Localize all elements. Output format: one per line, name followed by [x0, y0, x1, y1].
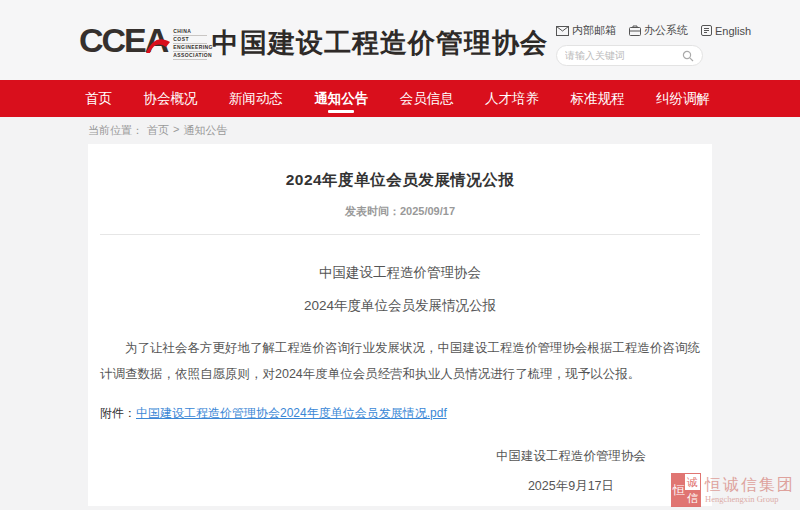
seal-char-xin: 信 — [685, 490, 700, 506]
nav-item-label: 协会概况 — [143, 90, 197, 108]
search-input[interactable] — [565, 50, 682, 61]
breadcrumb-home-link[interactable]: 首页 — [147, 123, 169, 138]
briefcase-icon — [629, 25, 641, 36]
active-nav-underline — [328, 110, 354, 113]
nav-item-news[interactable]: 新闻动态 — [229, 80, 283, 117]
internal-mail-link[interactable]: 内部邮箱 — [556, 23, 616, 38]
nav-item-notices[interactable]: 通知公告 — [314, 80, 368, 117]
logo-subtext-line: ENGINEERING — [173, 44, 207, 52]
document-title-line: 2024年度单位会员发展情况公报 — [88, 297, 712, 315]
nav-item-label: 纠纷调解 — [656, 90, 710, 108]
publish-date-value: 2025/09/17 — [400, 205, 455, 217]
attachment-label: 附件： — [100, 406, 136, 420]
document-org-line: 中国建设工程造价管理协会 — [88, 264, 712, 282]
nav-item-about[interactable]: 协会概况 — [143, 80, 197, 117]
logo-subtext-line: COST — [173, 36, 207, 44]
logo-swoosh-icon — [145, 34, 171, 54]
ccea-logo[interactable]: CCEA CHINA COST ENGINEERING ASSOCIATION — [79, 21, 207, 60]
ccea-logo-acronym: CCEA — [79, 21, 167, 59]
nav-item-label: 人才培养 — [485, 90, 539, 108]
nav-item-label: 会员信息 — [400, 90, 454, 108]
hengchengxin-watermark: 恒 诚 信 恒诚信集团 Hengchengxin Group — [671, 473, 795, 507]
nav-item-training[interactable]: 人才培养 — [485, 80, 539, 117]
nav-item-standards[interactable]: 标准规程 — [571, 80, 625, 117]
breadcrumb-prefix: 当前位置： — [88, 123, 143, 138]
site-title: 中国建设工程造价管理协会 — [212, 25, 548, 61]
nav-item-label: 新闻动态 — [229, 90, 283, 108]
title-divider — [100, 234, 700, 235]
attachment-row: 附件：中国建设工程造价管理协会2024年度单位会员发展情况.pdf — [100, 405, 700, 422]
language-book-icon — [701, 25, 712, 36]
main-nav: 首页 协会概况 新闻动态 通知公告 会员信息 人才培养 标准规程 纠纷调解 — [0, 80, 800, 117]
breadcrumb: 当前位置： 首页 > 通知公告 — [88, 123, 227, 138]
nav-item-home[interactable]: 首页 — [85, 80, 112, 117]
internal-mail-label: 内部邮箱 — [572, 23, 616, 38]
site-header: CCEA CHINA COST ENGINEERING ASSOCIATION … — [0, 0, 800, 80]
attachment-pdf-link[interactable]: 中国建设工程造价管理协会2024年度单位会员发展情况.pdf — [136, 406, 447, 420]
mail-icon — [556, 26, 569, 36]
signature-date: 2025年9月17日 — [496, 478, 646, 495]
header-quick-links: 内部邮箱 办公系统 English — [556, 23, 751, 38]
article-title: 2024年度单位会员发展情况公报 — [88, 170, 712, 191]
breadcrumb-current: 通知公告 — [183, 123, 227, 138]
ccea-logo-subtext: CHINA COST ENGINEERING ASSOCIATION — [173, 28, 207, 60]
nav-item-label: 通知公告 — [314, 90, 368, 108]
seal-char-cheng: 诚 — [685, 474, 700, 490]
english-link[interactable]: English — [701, 25, 751, 37]
nav-item-members[interactable]: 会员信息 — [400, 80, 454, 117]
english-label: English — [715, 25, 751, 37]
logo-subtext-line: CHINA — [173, 28, 207, 36]
article-publish-date: 发表时间：2025/09/17 — [88, 204, 712, 219]
hengchengxin-seal-icon: 恒 诚 信 — [671, 473, 701, 507]
office-system-label: 办公系统 — [644, 23, 688, 38]
search-icon[interactable] — [682, 50, 694, 62]
breadcrumb-separator: > — [173, 123, 179, 138]
seal-char-heng: 恒 — [672, 474, 685, 506]
publish-date-label: 发表时间： — [345, 205, 400, 217]
office-system-link[interactable]: 办公系统 — [629, 23, 688, 38]
nav-item-label: 标准规程 — [571, 90, 625, 108]
article-card: 2024年度单位会员发展情况公报 发表时间：2025/09/17 中国建设工程造… — [88, 144, 712, 506]
watermark-name-cn: 恒诚信集团 — [705, 476, 795, 494]
logo-subtext-line: ASSOCIATION — [173, 52, 207, 60]
nav-item-dispute[interactable]: 纠纷调解 — [656, 80, 710, 117]
document-paragraph: 为了让社会各方更好地了解工程造价咨询行业发展状况，中国建设工程造价管理协会根据工… — [100, 335, 700, 387]
watermark-name-en: Hengchengxin Group — [705, 494, 795, 505]
signature-org: 中国建设工程造价管理协会 — [496, 448, 646, 465]
signature-block: 中国建设工程造价管理协会 2025年9月17日 — [88, 448, 712, 495]
search-box — [556, 45, 703, 66]
nav-item-label: 首页 — [85, 90, 112, 108]
